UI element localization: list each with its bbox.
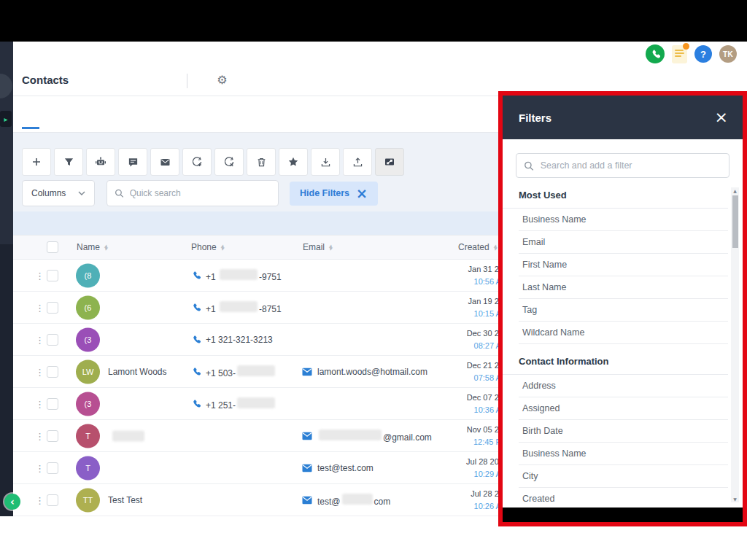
email-cell: test@test.com xyxy=(302,463,374,473)
row-menu-icon[interactable]: ⋮ xyxy=(35,302,44,313)
mail-icon xyxy=(302,464,312,472)
toolbar-button[interactable] xyxy=(118,148,147,176)
sort-icon[interactable]: ▲▼ xyxy=(104,244,107,251)
sidebar-collapse-button[interactable]: ‹ xyxy=(4,494,20,510)
filter-icon xyxy=(63,157,74,168)
phone-call-icon xyxy=(191,367,201,376)
toolbar-button[interactable] xyxy=(54,148,83,176)
contact-name: Test Test xyxy=(108,495,142,505)
scrollbar[interactable]: ▲ ▼ xyxy=(731,187,739,502)
filters-panel-highlight-box: Filters × Most Used Business NameEmailFi… xyxy=(498,91,747,526)
column-header[interactable]: Email ▲▼ xyxy=(303,242,332,252)
toolbar-button[interactable] xyxy=(343,148,372,176)
row-checkbox[interactable] xyxy=(47,270,58,281)
filter-section-header: Contact Information xyxy=(503,344,728,375)
scroll-up-icon[interactable]: ▲ xyxy=(731,188,739,193)
import-icon xyxy=(320,157,331,168)
remove-from-campaign-icon xyxy=(223,156,235,168)
filters-panel-header: Filters × xyxy=(503,96,743,139)
phone-cell: +1 -8751 xyxy=(191,301,282,314)
row-checkbox[interactable] xyxy=(47,366,58,378)
row-checkbox[interactable] xyxy=(47,334,58,346)
toolbar-button[interactable] xyxy=(182,148,212,176)
email-address: @gmail.com xyxy=(317,429,432,443)
redacted-phone xyxy=(220,301,258,312)
hide-filters-button[interactable]: Hide Filters × xyxy=(290,182,378,206)
scrollbar-thumb[interactable] xyxy=(732,195,738,248)
row-checkbox[interactable] xyxy=(47,302,58,314)
row-menu-icon[interactable]: ⋮ xyxy=(35,270,44,281)
column-header[interactable]: Created ▲▼ xyxy=(458,242,497,252)
nav-divider xyxy=(187,74,187,88)
filter-item[interactable]: First Name xyxy=(519,254,728,276)
row-menu-icon[interactable]: ⋮ xyxy=(35,462,44,473)
row-menu-icon[interactable]: ⋮ xyxy=(35,430,44,441)
row-checkbox[interactable] xyxy=(47,430,58,442)
sort-icon[interactable]: ▲▼ xyxy=(221,244,224,251)
page-header: Contacts ⚙ xyxy=(22,72,228,88)
row-menu-icon[interactable]: ⋮ xyxy=(35,494,44,505)
user-avatar[interactable]: TK xyxy=(719,45,737,63)
filter-item[interactable]: Email xyxy=(519,231,728,254)
settings-gear-icon[interactable]: ⚙ xyxy=(217,73,227,87)
select-all-checkbox[interactable] xyxy=(47,241,58,253)
phone-number: +1 -9751 xyxy=(206,269,282,282)
sidebar-green-icon[interactable]: ▸ xyxy=(0,111,12,127)
phone-call-icon xyxy=(191,399,201,408)
toolbar-button[interactable] xyxy=(247,148,276,176)
email-icon xyxy=(160,157,171,168)
filter-item[interactable]: Business Name xyxy=(519,209,728,231)
page-title: Contacts xyxy=(22,72,69,86)
toolbar-button[interactable] xyxy=(311,148,340,176)
filter-item[interactable]: Tag xyxy=(519,299,728,322)
delete-icon xyxy=(256,157,267,168)
filter-item[interactable]: Address xyxy=(519,375,728,397)
email-cell: @gmail.com xyxy=(302,429,432,443)
row-checkbox[interactable] xyxy=(47,494,58,506)
filter-item[interactable]: Created xyxy=(519,488,728,508)
sort-icon[interactable]: ▲▼ xyxy=(494,244,497,251)
help-icon[interactable]: ? xyxy=(694,45,712,63)
column-header-label: Email xyxy=(303,242,325,252)
phone-number: +1 -8751 xyxy=(206,301,282,314)
filters-panel-body: Most Used Business NameEmailFirst NameLa… xyxy=(503,139,743,508)
toolbar-button[interactable] xyxy=(214,148,244,176)
tab-all[interactable] xyxy=(22,112,39,129)
filter-item[interactable]: Business Name xyxy=(519,443,728,465)
filter-search-input[interactable] xyxy=(541,160,721,171)
redacted-phone xyxy=(220,269,258,280)
filter-item[interactable]: City xyxy=(519,465,728,488)
columns-dropdown[interactable]: Columns xyxy=(22,180,95,206)
phone-cell: +1 251- xyxy=(191,397,276,411)
automation-robot-icon xyxy=(95,156,107,168)
row-menu-icon[interactable]: ⋮ xyxy=(35,366,44,377)
close-icon[interactable]: × xyxy=(715,109,728,125)
row-menu-icon[interactable]: ⋮ xyxy=(35,334,44,345)
row-menu-icon[interactable]: ⋮ xyxy=(35,398,44,409)
mail-icon xyxy=(302,368,312,376)
phone-dialer-icon[interactable] xyxy=(646,44,665,63)
filter-search xyxy=(516,153,729,178)
redacted-phone xyxy=(237,365,275,376)
toolbar-button[interactable] xyxy=(279,148,308,176)
toolbar-button[interactable] xyxy=(86,148,115,176)
contact-name: Lamont Woods xyxy=(108,367,167,377)
sort-icon[interactable]: ▲▼ xyxy=(329,244,332,251)
row-checkbox[interactable] xyxy=(47,462,58,474)
phone-call-icon xyxy=(191,335,201,344)
filter-item[interactable]: Assigned xyxy=(519,397,728,420)
notes-icon[interactable] xyxy=(672,45,687,63)
redacted-email xyxy=(342,494,373,505)
column-header[interactable]: Name ▲▼ xyxy=(77,242,107,252)
email-address: test@test.com xyxy=(317,463,374,473)
filter-item[interactable]: Birth Date xyxy=(519,420,728,443)
toolbar-button[interactable] xyxy=(375,148,404,176)
row-checkbox[interactable] xyxy=(47,398,58,410)
filter-item[interactable]: Last Name xyxy=(519,276,728,299)
quick-search-input[interactable] xyxy=(130,188,271,198)
column-header[interactable]: Phone ▲▼ xyxy=(191,242,224,252)
scroll-down-icon[interactable]: ▼ xyxy=(731,497,739,502)
toolbar-button[interactable] xyxy=(150,148,179,176)
filter-item[interactable]: Wildcard Name xyxy=(519,322,728,344)
toolbar-button[interactable] xyxy=(22,148,51,176)
